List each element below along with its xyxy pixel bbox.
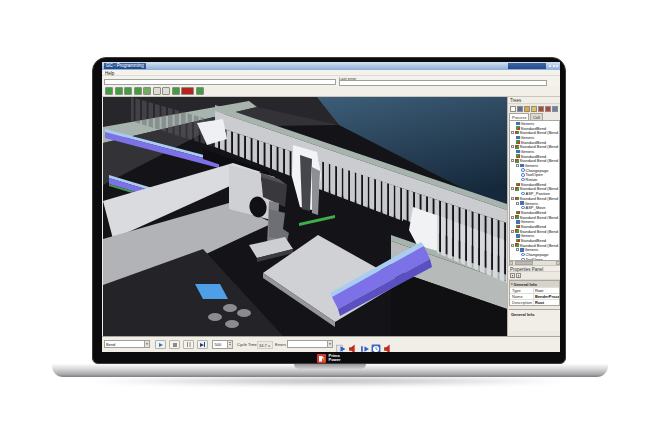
menu-help[interactable]: Help xyxy=(105,71,114,76)
document-tab[interactable]: GC - Programming xyxy=(104,63,146,69)
sim-tool-icon-4[interactable] xyxy=(134,87,142,95)
main-input[interactable] xyxy=(104,79,336,85)
laptop-hinge-notch xyxy=(294,364,366,369)
prima-power-logo-icon xyxy=(317,354,326,363)
tree-expander-icon[interactable] xyxy=(511,230,514,233)
sim-tool-icon-3[interactable] xyxy=(124,87,132,95)
tree-item-icon xyxy=(520,201,524,205)
categorized-icon[interactable] xyxy=(510,273,515,278)
add-folder-icon[interactable] xyxy=(531,106,537,112)
properties-panel-title: Properties Panel xyxy=(508,265,560,272)
title-bar-segment xyxy=(508,63,546,69)
stop-icon xyxy=(173,343,177,347)
tree-item-icon xyxy=(521,253,525,257)
tree-expander-icon[interactable] xyxy=(516,248,519,251)
tree-item-icon xyxy=(515,229,519,233)
errors-dropdown[interactable]: ▼ xyxy=(287,340,333,348)
right-panel: Trees Process Cell Generic StandardBe xyxy=(507,97,560,336)
run-export-icon[interactable] xyxy=(336,340,346,350)
tree-expander-icon[interactable] xyxy=(511,187,514,190)
dropdown-arrow-icon[interactable]: ▼ xyxy=(144,341,149,347)
machine-export-icon[interactable] xyxy=(545,106,551,112)
tree-item-icon xyxy=(520,248,524,252)
property-description-title: General Info xyxy=(511,312,558,317)
tree-item-icon xyxy=(521,206,525,210)
main-toolbar xyxy=(102,86,560,97)
tree-item-icon xyxy=(516,211,520,215)
tab-process[interactable]: Process xyxy=(509,113,529,120)
step-forward-icon xyxy=(200,343,204,347)
tree-item-icon xyxy=(521,178,525,182)
tree-expander-icon[interactable] xyxy=(516,164,519,167)
title-bar: GC - Programming xyxy=(102,62,560,70)
tree-item-icon xyxy=(516,220,520,224)
mode-dropdown[interactable]: Bend ▼ xyxy=(104,340,150,348)
property-description: General Info xyxy=(509,309,560,331)
tree-item-icon xyxy=(515,243,519,247)
punch-tool xyxy=(300,155,312,211)
pause-icon xyxy=(187,342,189,347)
new-document-icon[interactable] xyxy=(510,106,516,112)
sim-tool-icon-6[interactable] xyxy=(153,87,161,95)
speed-spinner[interactable]: 500 xyxy=(212,340,233,349)
tree-settings-icon[interactable] xyxy=(552,106,558,112)
category-collapse-icon: ▾ xyxy=(511,282,513,286)
tree-item-icon xyxy=(516,122,520,126)
viewport-3d[interactable] xyxy=(103,97,507,336)
speaker-red-icon[interactable] xyxy=(383,340,393,350)
sim-tool-icon-8[interactable] xyxy=(172,87,180,95)
trees-tabs: Process Cell xyxy=(508,113,560,120)
tree-item-icon xyxy=(516,140,520,144)
tree-expander-icon[interactable] xyxy=(511,131,514,134)
record-red-icon[interactable] xyxy=(181,87,194,95)
save-icon[interactable] xyxy=(517,106,523,112)
machine-import-icon[interactable] xyxy=(538,106,544,112)
sim-tool-icon-1[interactable] xyxy=(105,87,113,95)
step-play-icon[interactable] xyxy=(360,340,370,350)
trees-panel-title: Trees xyxy=(508,97,560,104)
dropdown-arrow-icon[interactable]: ▼ xyxy=(327,341,332,347)
field-row: Last error xyxy=(102,76,560,86)
brand-line2: Power xyxy=(328,358,340,362)
speaker-icon[interactable] xyxy=(348,340,358,350)
spinner-arrows-icon[interactable] xyxy=(227,341,232,348)
tree-item-icon xyxy=(515,215,519,219)
property-row[interactable]: Description Root xyxy=(510,299,559,305)
tree-item-icon xyxy=(515,131,519,135)
window-buttons[interactable] xyxy=(549,65,558,67)
tree-item-icon xyxy=(516,126,520,130)
properties-toolbar xyxy=(508,272,560,280)
tree-item-icon xyxy=(515,145,519,149)
viewport-3d-canvas[interactable] xyxy=(103,97,507,336)
tree-expander-icon[interactable] xyxy=(511,159,514,162)
playback-status-bar: Bend ▼ 500 Cycle Time 34.7 s Errors ▼ xyxy=(102,336,560,352)
tree-expander-icon[interactable] xyxy=(516,202,519,205)
property-row[interactable]: Name BenderProcess xyxy=(510,293,559,299)
tree-item-icon xyxy=(515,197,519,201)
step-forward-button[interactable] xyxy=(197,340,208,349)
sim-tool-icon-5[interactable] xyxy=(143,87,151,95)
tree-expander-icon[interactable] xyxy=(511,244,514,247)
tree-expander-icon[interactable] xyxy=(511,216,514,219)
alphabetical-icon[interactable] xyxy=(516,273,521,278)
open-folder-icon[interactable] xyxy=(524,106,530,112)
tab-cell[interactable]: Cell xyxy=(530,113,543,120)
tree-item-icon xyxy=(516,234,520,238)
app-window: GC - Programming Help Last error xyxy=(102,62,560,352)
tree-item-icon xyxy=(521,192,525,196)
sim-tool-icon-7[interactable] xyxy=(162,87,170,95)
sim-tool-icon-2[interactable] xyxy=(115,87,123,95)
trees-toolbar xyxy=(508,104,560,113)
tree-expander-icon[interactable] xyxy=(511,145,514,148)
property-row[interactable]: Type Root xyxy=(510,287,559,293)
pause-button[interactable] xyxy=(183,340,194,349)
tree-item-icon xyxy=(515,187,519,191)
cycle-clock-icon[interactable] xyxy=(371,340,381,350)
play-button[interactable] xyxy=(155,340,166,349)
sim-tool-icon-10[interactable] xyxy=(196,87,204,95)
tree-expander-icon[interactable] xyxy=(511,197,514,200)
laptop-shadow xyxy=(80,376,580,386)
property-grid: ▾ General Info Type Root Name BenderProc… xyxy=(509,280,560,306)
stop-button[interactable] xyxy=(169,340,180,349)
tree-item-icon xyxy=(516,239,520,243)
